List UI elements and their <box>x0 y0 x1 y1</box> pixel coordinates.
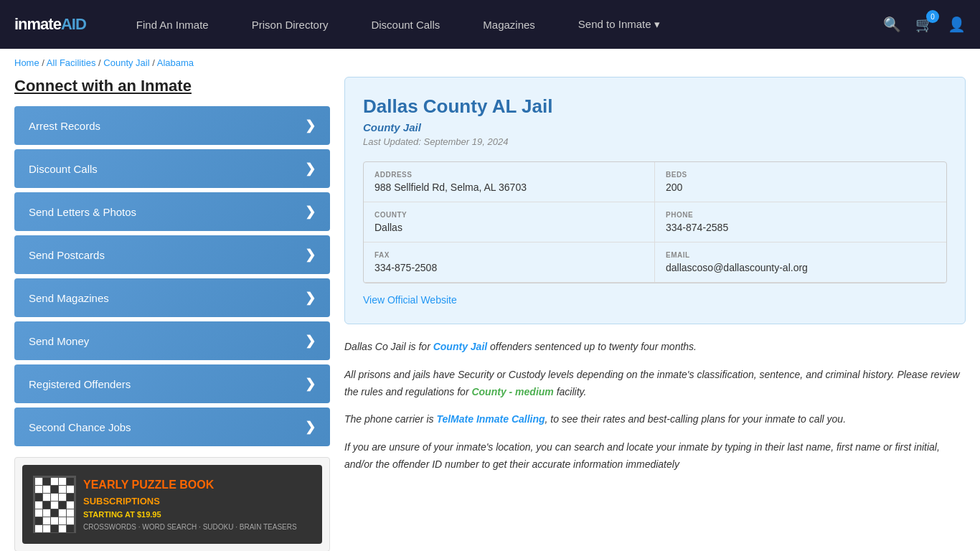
search-icon[interactable]: 🔍 <box>883 16 901 33</box>
nav-discount-calls[interactable]: Discount Calls <box>349 0 461 49</box>
send-magazines-button[interactable]: Send Magazines ❯ <box>14 278 330 317</box>
cart-icon[interactable]: 🛒 0 <box>915 16 933 33</box>
beds-cell: BEDS 200 <box>655 162 946 202</box>
desc-paragraph-1: Dallas Co Jail is for County Jail offend… <box>344 339 966 356</box>
facility-description: Dallas Co Jail is for County Jail offend… <box>344 339 966 474</box>
county-medium-link[interactable]: County - medium <box>471 386 553 397</box>
facility-info-grid: ADDRESS 988 Sellfield Rd, Selma, AL 3670… <box>363 161 947 283</box>
facility-updated: Last Updated: September 19, 2024 <box>363 136 947 147</box>
county-label: COUNTY <box>374 211 644 219</box>
arrest-records-button[interactable]: Arrest Records ❯ <box>14 106 330 145</box>
chevron-right-icon: ❯ <box>305 333 316 349</box>
address-value: 988 Sellfield Rd, Selma, AL 36703 <box>374 182 644 193</box>
ad-price: STARTING AT $19.95 <box>83 509 297 522</box>
facility-name: Dallas County AL Jail <box>363 95 947 118</box>
fax-cell: FAX 334-875-2508 <box>364 242 655 283</box>
facility-header: Dallas County AL Jail County Jail Last U… <box>344 77 966 324</box>
breadcrumb-alabama[interactable]: Alabama <box>157 57 194 68</box>
breadcrumb-county-jail[interactable]: County Jail <box>103 57 149 68</box>
nav-send-to-inmate[interactable]: Send to Inmate ▾ <box>557 0 682 49</box>
chevron-right-icon: ❯ <box>305 419 316 435</box>
send-letters-button[interactable]: Send Letters & Photos ❯ <box>14 192 330 231</box>
second-chance-jobs-button[interactable]: Second Chance Jobs ❯ <box>14 408 330 446</box>
email-cell: EMAIL dallascoso@dallascounty-al.org <box>655 242 946 283</box>
phone-label: PHONE <box>666 211 936 219</box>
sidebar: Connect with an Inmate Arrest Records ❯ … <box>14 77 330 551</box>
nav-prison-directory[interactable]: Prison Directory <box>230 0 350 49</box>
nav-links: Find An Inmate Prison Directory Discount… <box>115 0 883 49</box>
sidebar-title: Connect with an Inmate <box>14 77 330 95</box>
chevron-right-icon: ❯ <box>305 290 316 306</box>
nav-magazines[interactable]: Magazines <box>461 0 557 49</box>
address-label: ADDRESS <box>374 171 644 179</box>
chevron-right-icon: ❯ <box>305 204 316 220</box>
fax-value: 334-875-2508 <box>374 262 644 273</box>
cart-badge: 0 <box>926 10 939 23</box>
nav-right: 🔍 🛒 0 👤 <box>883 16 966 33</box>
main-container: Connect with an Inmate Arrest Records ❯ … <box>0 77 980 551</box>
nav-find-inmate[interactable]: Find An Inmate <box>115 0 230 49</box>
main-nav: inmateAID Find An Inmate Prison Director… <box>0 0 980 49</box>
sidebar-ad[interactable]: YEARLY PUZZLE BOOK SUBSCRIPTIONS STARTIN… <box>14 457 330 551</box>
email-value: dallascoso@dallascounty-al.org <box>666 262 936 273</box>
registered-offenders-button[interactable]: Registered Offenders ❯ <box>14 364 330 403</box>
ad-subtitle: SUBSCRIPTIONS <box>83 494 297 509</box>
breadcrumb: Home / All Facilities / County Jail / Al… <box>0 49 980 77</box>
email-label: EMAIL <box>666 251 936 259</box>
fax-label: FAX <box>374 251 644 259</box>
desc-paragraph-4: If you are unsure of your inmate's locat… <box>344 439 966 474</box>
user-icon[interactable]: 👤 <box>948 16 966 33</box>
address-cell: ADDRESS 988 Sellfield Rd, Selma, AL 3670… <box>364 162 655 202</box>
view-website-link[interactable]: View Official Website <box>363 294 457 306</box>
ad-description: CROSSWORDS · WORD SEARCH · SUDOKU · BRAI… <box>83 522 297 533</box>
county-cell: COUNTY Dallas <box>364 202 655 242</box>
desc-paragraph-3: The phone carrier is TelMate Inmate Call… <box>344 411 966 428</box>
logo[interactable]: inmateAID <box>14 15 86 34</box>
facility-content: Dallas County AL Jail County Jail Last U… <box>344 77 966 551</box>
county-jail-link[interactable]: County Jail <box>433 341 487 352</box>
beds-value: 200 <box>666 182 936 193</box>
county-value: Dallas <box>374 222 644 233</box>
telmate-link[interactable]: TelMate Inmate Calling <box>436 413 545 425</box>
ad-title: YEARLY PUZZLE BOOK <box>83 476 297 494</box>
discount-calls-button[interactable]: Discount Calls ❯ <box>14 149 330 188</box>
phone-value: 334-874-2585 <box>666 222 936 233</box>
phone-cell: PHONE 334-874-2585 <box>655 202 946 242</box>
chevron-right-icon: ❯ <box>305 118 316 133</box>
chevron-right-icon: ❯ <box>305 376 316 392</box>
send-money-button[interactable]: Send Money ❯ <box>14 321 330 360</box>
send-postcards-button[interactable]: Send Postcards ❯ <box>14 235 330 274</box>
facility-type: County Jail <box>363 121 947 133</box>
chevron-right-icon: ❯ <box>305 161 316 176</box>
breadcrumb-all-facilities[interactable]: All Facilities <box>47 57 96 68</box>
chevron-right-icon: ❯ <box>305 247 316 263</box>
breadcrumb-home[interactable]: Home <box>14 57 39 68</box>
beds-label: BEDS <box>666 171 936 179</box>
desc-paragraph-2: All prisons and jails have Security or C… <box>344 367 966 401</box>
